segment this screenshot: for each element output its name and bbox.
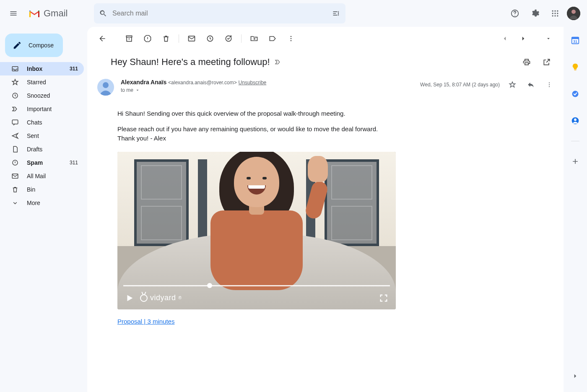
sidebar-item-bin[interactable]: Bin — [0, 183, 84, 196]
svg-point-8 — [552, 15, 553, 16]
svg-point-3 — [554, 10, 556, 12]
more-actions-button[interactable] — [283, 30, 299, 47]
snooze-button[interactable] — [202, 30, 218, 47]
video-thumbnail[interactable]: vidyard® — [117, 152, 396, 309]
chat-icon — [11, 119, 19, 126]
svg-point-4 — [557, 10, 558, 12]
plus-icon — [571, 157, 579, 166]
sidebar-item-snoozed[interactable]: Snoozed — [0, 89, 84, 102]
sidebar-item-drafts[interactable]: Drafts — [0, 143, 84, 156]
spam-icon — [11, 159, 19, 166]
svg-rect-15 — [12, 120, 18, 124]
video-brand: vidyard® — [140, 292, 182, 304]
spam-icon — [143, 34, 152, 43]
email-subject: Hey Shaun! Here's a meeting followup! — [111, 57, 270, 67]
search-icon — [99, 9, 107, 18]
fullscreen-icon[interactable] — [379, 293, 388, 303]
svg-point-22 — [291, 36, 292, 37]
svg-point-12 — [571, 10, 576, 14]
header: Gmail — [0, 0, 587, 27]
compose-label: Compose — [29, 42, 54, 49]
back-button[interactable] — [94, 30, 111, 47]
sender-name: Alexandra Anaïs — [121, 79, 166, 86]
message-more-button[interactable] — [543, 79, 555, 91]
tasks-icon — [571, 90, 579, 98]
body-text: Hi Shaun! Sending over this quick overvi… — [117, 109, 540, 119]
keep-app-button[interactable] — [567, 59, 584, 75]
sidebar-item-inbox[interactable]: Inbox311 — [0, 62, 84, 75]
main-menu-button[interactable] — [3, 3, 23, 23]
search-input[interactable] — [112, 10, 327, 17]
sidebar: Compose Inbox311StarredSnoozedImportantC… — [0, 27, 87, 392]
unsubscribe-link[interactable]: Unsubscribe — [239, 80, 267, 86]
labels-button[interactable] — [264, 30, 281, 47]
archive-button[interactable] — [121, 30, 138, 47]
move-to-button[interactable] — [246, 30, 262, 47]
calendar-icon: 31 — [571, 36, 580, 45]
older-button[interactable] — [496, 30, 513, 47]
contacts-app-button[interactable] — [567, 112, 584, 129]
sidebar-item-more[interactable]: More — [0, 196, 84, 210]
pencil-icon — [13, 41, 22, 50]
recipients-dropdown[interactable]: to me — [121, 87, 140, 93]
search-bar[interactable] — [94, 3, 345, 23]
google-apps-button[interactable] — [547, 5, 564, 22]
sidebar-item-important[interactable]: Important — [0, 102, 84, 116]
svg-point-29 — [549, 86, 550, 87]
add-to-tasks-button[interactable] — [220, 30, 237, 47]
star-button[interactable] — [506, 79, 518, 91]
archive-icon — [125, 34, 133, 43]
label-icon — [268, 34, 277, 43]
folder-move-icon — [250, 34, 258, 43]
play-icon[interactable] — [125, 293, 134, 303]
gmail-logo[interactable]: Gmail — [25, 8, 71, 19]
sidebar-item-spam[interactable]: Spam311 — [0, 156, 84, 169]
print-icon — [522, 58, 531, 66]
more-vert-icon — [545, 81, 553, 88]
compose-button[interactable]: Compose — [5, 34, 63, 57]
print-button[interactable] — [518, 54, 535, 70]
sidebar-item-chats[interactable]: Chats — [0, 116, 84, 129]
nav-count: 311 — [70, 160, 78, 166]
report-spam-button[interactable] — [139, 30, 156, 47]
star-outline-icon — [509, 81, 516, 88]
svg-point-36 — [574, 119, 577, 121]
add-ons-button[interactable] — [567, 153, 584, 170]
side-panel: 31 — [564, 27, 587, 392]
svg-point-27 — [549, 82, 550, 83]
settings-button[interactable] — [527, 5, 543, 22]
nav-count: 311 — [70, 66, 78, 72]
search-options-icon[interactable] — [332, 9, 340, 18]
email-body: Hi Shaun! Sending over this quick overvi… — [87, 99, 564, 336]
gmail-logo-icon — [29, 9, 40, 18]
open-new-window-button[interactable] — [538, 54, 555, 70]
sidebar-item-all-mail[interactable]: All Mail — [0, 169, 84, 183]
svg-point-9 — [554, 15, 556, 16]
mail-icon — [187, 34, 196, 43]
nav-label: Sent — [27, 132, 39, 139]
star-icon — [11, 78, 19, 86]
support-button[interactable] — [506, 5, 523, 22]
svg-point-2 — [552, 10, 553, 12]
video-link[interactable]: Proposal | 3 minutes — [117, 317, 174, 327]
account-avatar[interactable] — [567, 7, 580, 20]
newer-button[interactable] — [515, 30, 532, 47]
hide-panel-button[interactable] — [567, 370, 584, 387]
nav-label: Starred — [27, 79, 46, 86]
draft-icon — [11, 145, 19, 153]
sidebar-item-sent[interactable]: Sent — [0, 129, 84, 143]
open-in-new-icon — [543, 58, 551, 66]
tasks-app-button[interactable] — [567, 86, 584, 102]
app-name: Gmail — [44, 8, 68, 19]
mark-unread-button[interactable] — [183, 30, 200, 47]
sender-avatar[interactable] — [97, 79, 114, 96]
calendar-app-button[interactable]: 31 — [567, 32, 584, 49]
reply-button[interactable] — [525, 79, 537, 91]
input-tools-button[interactable] — [540, 30, 557, 47]
message-pane: Hey Shaun! Here's a meeting followup! Al… — [87, 27, 564, 392]
inbox-icon — [11, 65, 19, 73]
important-label-icon[interactable] — [274, 58, 282, 66]
sidebar-item-starred[interactable]: Starred — [0, 75, 84, 89]
svg-rect-18 — [126, 36, 132, 37]
delete-button[interactable] — [158, 30, 174, 47]
